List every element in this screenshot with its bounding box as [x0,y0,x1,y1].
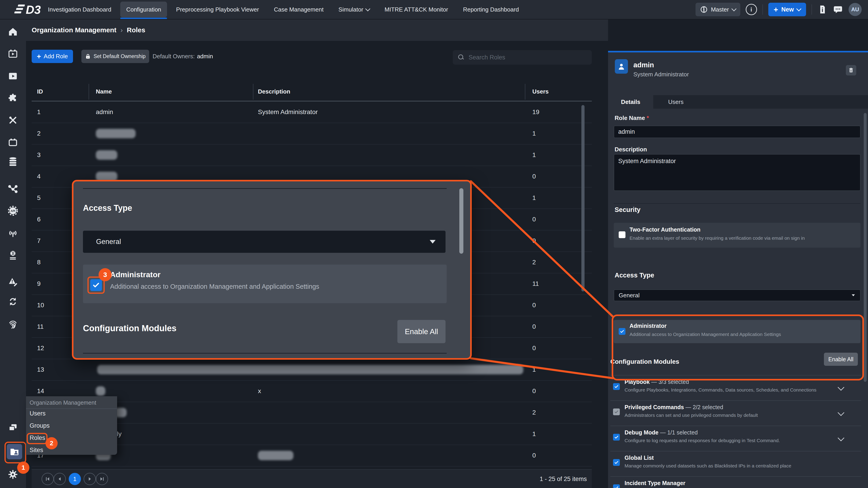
administrator-checkbox[interactable] [619,328,625,335]
cell-id: 12 [37,337,44,359]
sidebar-item-connections[interactable] [8,184,18,194]
popup-administrator-checkbox[interactable] [90,279,102,291]
module-checkbox-playbook[interactable] [613,383,620,390]
security-heading: Security [615,206,640,214]
sidebar-item-window-manager[interactable] [8,422,18,433]
twofa-title: Two-Factor Authentication [629,226,701,233]
tab-mitre-att-ck-monitor[interactable]: MITRE ATT&CK Monitor [379,2,454,18]
search-roles-input[interactable]: Search Roles [453,50,592,65]
tab-case-management[interactable]: Case Management [268,2,330,18]
new-button[interactable]: + New [768,3,806,16]
module-title: Playbook — 3/3 selected [625,379,689,385]
access-type-dropdown[interactable]: General [614,289,861,301]
site-selector-dropdown[interactable]: Master [695,3,740,16]
column-header-id[interactable]: ID [37,83,43,101]
tab-simulator[interactable]: Simulator [333,2,375,18]
set-default-ownership-button[interactable]: Set Default Ownership [81,50,149,63]
settings-icon [8,469,18,480]
cell-description: System Administrator [258,101,318,123]
page-1-button[interactable]: 1 [69,473,81,485]
description-label: Description [615,146,647,153]
description-field[interactable]: System Administrator [614,154,861,191]
chevron-down-icon[interactable] [838,384,844,391]
menu-item-groups[interactable]: Groups [30,422,50,429]
column-separator [525,84,525,100]
sidebar-item-event-playback[interactable] [8,48,18,59]
table-row[interactable]: 131 [32,359,592,381]
twofa-checkbox[interactable] [619,231,625,238]
column-header-name[interactable]: Name [96,83,112,101]
table-row[interactable]: 21 [32,123,592,144]
tab-reporting-dashboard[interactable]: Reporting Dashboard [457,2,525,18]
chat-icon[interactable] [833,4,843,15]
info-button[interactable]: i [746,4,757,15]
menu-item-users[interactable]: Users [30,410,46,417]
enable-all-button[interactable]: Enable All [824,353,858,366]
breadcrumb-parent[interactable]: Organization Management [32,26,116,34]
module-checkbox-debug-mode[interactable] [613,434,620,441]
search-placeholder: Search Roles [469,54,505,61]
tab-preprocessing-playbook-viewer[interactable]: Preprocessing Playbook Viewer [170,2,265,18]
playbook-viewer-icon [8,71,18,81]
sidebar-item-playbook-viewer[interactable] [8,71,18,81]
sidebar-item-integrations[interactable] [8,93,18,103]
add-role-button[interactable]: + Add Role [32,50,73,63]
data-management-icon [8,156,18,167]
delete-role-button[interactable] [846,65,856,75]
column-header-description[interactable]: Description [258,83,290,101]
panel-tab-details[interactable]: Details [608,95,653,109]
menu-item-sites[interactable]: Sites [30,447,43,454]
sidebar-item-data-management[interactable] [8,156,18,167]
popup-access-type-dropdown[interactable]: General [83,231,445,253]
user-avatar[interactable]: AU [848,3,862,16]
next-page-button[interactable] [84,473,96,485]
menu-item-roles[interactable]: Roles [30,434,45,442]
sidebar-item-organization-management[interactable] [7,444,22,459]
popup-enable-all-button[interactable]: Enable All [397,320,445,343]
sidebar-item-api[interactable]: API [8,205,18,216]
sidebar-item-geo-data[interactable] [8,250,18,260]
module-checkbox-global-list[interactable] [613,459,620,466]
cell-id: 2 [37,123,41,144]
check-icon [614,435,619,440]
table-row[interactable]: 31 [32,144,592,166]
zoom-callout-popup: Access Type General 3 Administrator Addi… [72,180,472,360]
panel-scrollbar[interactable] [864,113,867,382]
tab-investigation-dashboard[interactable]: Investigation Dashboard [42,2,117,18]
release-notes-icon[interactable] [817,4,827,15]
cell-users: 19 [532,101,539,123]
divider [614,203,861,204]
tab-label: Preprocessing Playbook Viewer [176,6,259,13]
check-icon [614,485,619,488]
cell-users: 0 [532,208,536,230]
table-row[interactable]: 1adminSystem Administrator19 [32,101,592,123]
sidebar-item-utility-commands[interactable] [8,115,18,125]
panel-tab-users[interactable]: Users [653,95,699,109]
prev-page-button[interactable] [54,473,66,485]
first-page-button[interactable] [41,473,54,485]
chevron-down-icon[interactable] [838,435,844,442]
geo-data-icon [8,250,18,260]
cell-users: 1 [532,144,536,166]
module-checkbox-incident-type-manager[interactable] [613,484,620,488]
sidebar-item-incident-form-editor[interactable] [8,276,18,286]
module-checkbox-privileged-commands[interactable] [613,409,620,415]
sidebar-item-webhook[interactable] [8,228,18,238]
sidebar-item-settings[interactable] [8,469,18,480]
cell-id: 10 [37,294,44,316]
popup-scrollbar[interactable] [459,188,463,254]
sidebar-item-fingerprint[interactable] [8,319,18,329]
role-name-field[interactable]: admin [614,126,861,138]
lock-icon [85,54,91,59]
table-scrollbar[interactable] [581,105,585,291]
sidebar-item-case-board[interactable] [8,137,18,148]
redacted-name [96,150,117,160]
sidebar-item-data-sync[interactable] [8,296,18,307]
twofa-card: Two-Factor Authentication Enable an extr… [614,223,861,248]
column-header-users[interactable]: Users [532,83,549,101]
topbar-right-cluster: Master i + New AU [695,0,862,19]
sidebar-item-home[interactable] [8,26,18,37]
tab-configuration[interactable]: Configuration [120,2,167,18]
chevron-down-icon[interactable] [838,410,844,416]
last-page-button[interactable] [96,473,108,485]
